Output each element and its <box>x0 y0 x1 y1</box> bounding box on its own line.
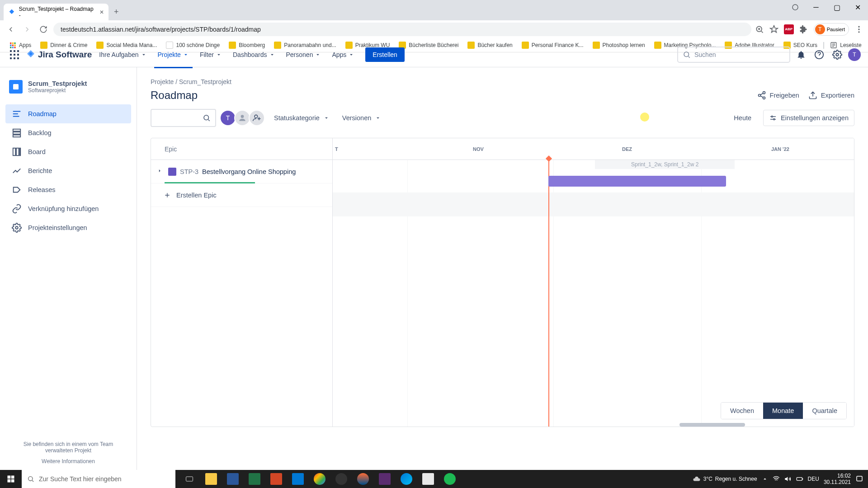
menu-icon[interactable] <box>854 25 863 34</box>
notifications-icon[interactable] <box>855 475 863 483</box>
chevron-down-icon <box>141 52 147 58</box>
epic-row[interactable]: STP-3 Bestellvorgang Online Shopping <box>151 160 332 183</box>
epic-expand-toggle[interactable] <box>155 166 165 178</box>
taskbar-app[interactable] <box>396 470 417 488</box>
taskbar-app[interactable] <box>418 470 439 488</box>
forward-button[interactable] <box>21 23 33 36</box>
zoom-months[interactable]: Monate <box>763 403 803 419</box>
back-button[interactable] <box>5 23 17 36</box>
sidebar-item-add-link[interactable]: Verknüpfung hinzufügen <box>5 199 131 218</box>
taskbar-app[interactable] <box>439 470 460 488</box>
sidebar-item-label: Berichte <box>28 167 52 174</box>
taskbar-app[interactable] <box>331 470 352 488</box>
task-view-button[interactable] <box>179 470 200 488</box>
taskbar-app[interactable] <box>374 470 395 488</box>
sidebar-footer-link[interactable]: Weitere Informationen <box>9 454 127 465</box>
reload-button[interactable] <box>37 23 50 36</box>
nav-filters[interactable]: Filter <box>196 48 226 61</box>
bookmark-item[interactable]: Personal Finance K... <box>518 40 587 51</box>
add-person-icon <box>252 113 261 122</box>
clock-time[interactable]: 16:02 <box>824 473 851 479</box>
show-settings-button[interactable]: Einstellungen anzeigen <box>763 110 854 126</box>
browser-tab[interactable]: Scrum_Testprojekt – Roadmap - ✕ <box>4 4 108 20</box>
weather-widget[interactable]: 3°C Regen u. Schnee <box>693 475 757 483</box>
jira-logo[interactable]: Jira Software <box>25 49 92 60</box>
svg-point-43 <box>763 97 765 99</box>
volume-icon[interactable] <box>784 475 792 483</box>
extensions-icon[interactable] <box>799 25 808 34</box>
taskbar-app[interactable] <box>353 470 373 488</box>
user-avatar[interactable]: T <box>848 48 861 61</box>
create-button[interactable]: Erstellen <box>365 47 404 62</box>
add-person-filter[interactable] <box>249 110 265 126</box>
taskbar-app[interactable] <box>288 470 308 488</box>
language-indicator[interactable]: DEU <box>808 476 819 482</box>
share-button[interactable]: Freigeben <box>757 91 799 100</box>
gear-icon <box>832 50 842 60</box>
word-icon <box>227 473 239 485</box>
chevron-up-icon[interactable] <box>762 476 768 482</box>
sidebar-item-settings[interactable]: Projekteinstellungen <box>5 218 131 237</box>
search-input[interactable]: Suchen <box>677 47 790 63</box>
sidebar-item-roadmap[interactable]: Roadmap <box>5 104 131 123</box>
timeline-body[interactable] <box>333 160 854 427</box>
wifi-icon[interactable] <box>773 475 780 483</box>
sidebar-item-backlog[interactable]: Backlog <box>5 123 131 142</box>
taskbar-app[interactable] <box>244 470 265 488</box>
zoom-icon[interactable] <box>755 25 764 34</box>
sidebar-item-releases[interactable]: Releases <box>5 180 131 199</box>
bookmark-item[interactable]: Photoshop lernen <box>589 40 649 51</box>
profile-chip[interactable]: T Pausiert <box>814 23 849 36</box>
project-header[interactable]: Scrum_Testprojekt Softwareprojekt <box>5 76 131 97</box>
maximize-button[interactable]: ▢ <box>826 0 847 14</box>
new-tab-button[interactable]: + <box>108 4 124 20</box>
abp-icon[interactable]: ABP <box>784 24 794 34</box>
timeline-scrollbar[interactable] <box>679 423 745 427</box>
svg-rect-39 <box>19 148 20 156</box>
taskbar-app[interactable] <box>266 470 287 488</box>
nav-apps[interactable]: Apps <box>328 48 358 61</box>
svg-point-29 <box>836 53 839 56</box>
app-switcher-button[interactable] <box>7 47 22 62</box>
bookmark-item[interactable]: Bücher kaufen <box>464 40 516 51</box>
user-avatar-filter[interactable]: T <box>220 110 236 126</box>
today-button[interactable]: Heute <box>727 111 758 125</box>
taskbar-app[interactable] <box>309 470 330 488</box>
settings-button[interactable] <box>830 47 844 62</box>
nav-people[interactable]: Personen <box>283 48 325 61</box>
bookmark-item[interactable]: Bücherliste Bücherei <box>395 40 462 51</box>
breadcrumb-projects[interactable]: Projekte <box>151 78 174 85</box>
breadcrumb-project[interactable]: Scrum_Testprojekt <box>179 78 231 85</box>
taskbar-app[interactable] <box>201 470 222 488</box>
taskbar-search[interactable]: Zur Suche Text hier eingeben <box>22 470 175 488</box>
nav-projects[interactable]: Projekte <box>154 48 193 61</box>
search-icon <box>683 51 691 59</box>
chrome-ring-icon[interactable] <box>785 0 806 14</box>
help-button[interactable] <box>812 47 826 62</box>
notifications-button[interactable] <box>794 47 808 62</box>
status-filter[interactable]: Statuskategorie <box>270 112 333 124</box>
export-button[interactable]: Exportieren <box>808 91 854 100</box>
create-epic-button[interactable]: Erstellen Epic <box>151 183 332 207</box>
unassigned-avatar-filter[interactable] <box>234 110 250 126</box>
zoom-quarters[interactable]: Quartale <box>803 403 846 419</box>
roadmap-search[interactable] <box>151 109 216 127</box>
taskbar-app[interactable] <box>222 470 243 488</box>
address-bar[interactable]: testdeutsch1.atlassian.net/jira/software… <box>53 23 751 36</box>
nav-dashboards[interactable]: Dashboards <box>229 48 279 61</box>
sidebar-item-board[interactable]: Board <box>5 142 131 161</box>
svg-rect-34 <box>13 129 21 131</box>
version-filter[interactable]: Versionen <box>339 112 385 124</box>
start-button[interactable] <box>0 470 22 488</box>
star-icon[interactable] <box>769 25 778 34</box>
sidebar-item-reports[interactable]: Berichte <box>5 161 131 180</box>
minimize-button[interactable]: ─ <box>806 0 826 14</box>
project-icon <box>9 80 23 94</box>
zoom-weeks[interactable]: Wochen <box>721 403 763 419</box>
epic-timeline-bar[interactable] <box>548 176 726 187</box>
nav-your-work[interactable]: Ihre Aufgaben <box>95 48 150 61</box>
close-tab-icon[interactable]: ✕ <box>99 9 104 15</box>
close-window-button[interactable]: ✕ <box>847 0 868 14</box>
battery-icon[interactable] <box>796 475 803 483</box>
releases-icon <box>12 185 22 195</box>
